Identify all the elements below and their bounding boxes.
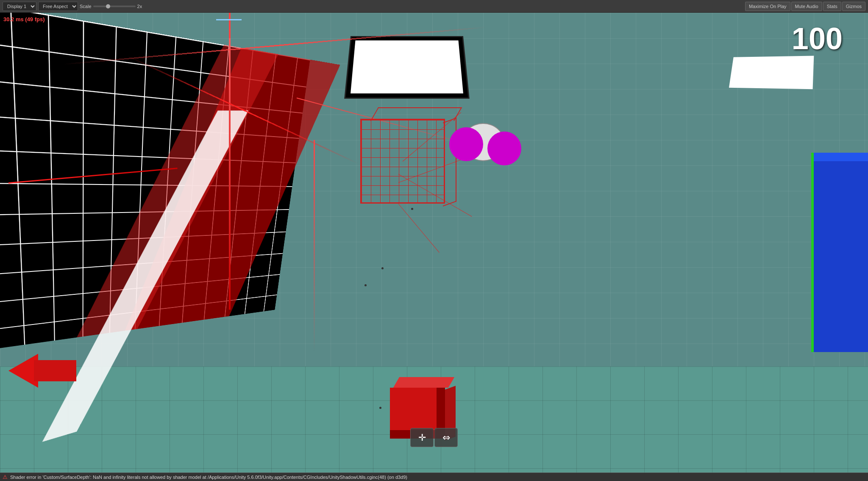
arrows-icon: ⇔ xyxy=(442,432,450,443)
blue-box xyxy=(813,153,868,352)
character xyxy=(449,119,526,170)
cage-grid xyxy=(362,120,444,202)
error-icon: ⚠ xyxy=(3,474,8,480)
scale-container: Scale 2x xyxy=(80,4,142,9)
dot-3 xyxy=(381,267,384,269)
scale-value: 2x xyxy=(137,4,142,9)
fps-counter: 30.2 ms (49 fps) xyxy=(3,16,45,22)
main-grid-panel xyxy=(0,13,310,354)
wire-cage xyxy=(360,119,445,204)
top-panel xyxy=(344,36,470,99)
scale-label: Scale xyxy=(80,4,92,9)
scale-knob xyxy=(106,4,110,8)
mute-audio-button[interactable]: Mute Audio xyxy=(791,2,822,11)
top-right-panel xyxy=(729,56,814,89)
maximize-on-play-button[interactable]: Maximize On Play xyxy=(745,2,790,11)
dot-2 xyxy=(364,284,367,286)
blue-box-top xyxy=(813,153,868,161)
character-magenta-right xyxy=(487,131,521,165)
character-magenta-left xyxy=(449,127,483,161)
aspect-select[interactable]: Free Aspect xyxy=(38,2,78,11)
error-message: Shader error in 'Custom/SurfaceDepth': N… xyxy=(10,475,407,480)
top-panel-inner xyxy=(346,37,468,97)
move-tool-button[interactable]: ✛ xyxy=(410,428,434,447)
toolbar-right: Maximize On Play Mute Audio Stats Gizmos xyxy=(745,2,865,11)
arrow-body xyxy=(34,360,76,381)
stats-button[interactable]: Stats xyxy=(823,2,841,11)
error-bar: ⚠ Shader error in 'Custom/SurfaceDepth':… xyxy=(0,473,868,481)
game-viewport[interactable]: 30.2 ms (49 fps) 100 ✛ ⇔ xyxy=(0,13,868,473)
laser-top-center xyxy=(229,13,231,38)
scale-slider[interactable] xyxy=(93,6,136,7)
display-select[interactable]: Display 1 xyxy=(3,2,36,11)
gizmos-button[interactable]: Gizmos xyxy=(842,2,865,11)
dot-4 xyxy=(379,407,381,409)
crosshair-controls: ✛ ⇔ xyxy=(410,428,458,447)
green-edge xyxy=(811,153,814,352)
laser-vertical-center xyxy=(229,13,231,310)
move-icon: ✛ xyxy=(418,432,426,443)
red-arrow xyxy=(8,354,38,388)
laser-top-horizontal xyxy=(216,19,242,20)
arrows-tool-button[interactable]: ⇔ xyxy=(434,428,458,447)
laser-vertical-2 xyxy=(314,140,315,352)
score-display: 100 xyxy=(792,21,843,56)
dot-1 xyxy=(411,208,413,210)
toolbar: Display 1 Free Aspect Scale 2x Maximize … xyxy=(0,0,868,13)
